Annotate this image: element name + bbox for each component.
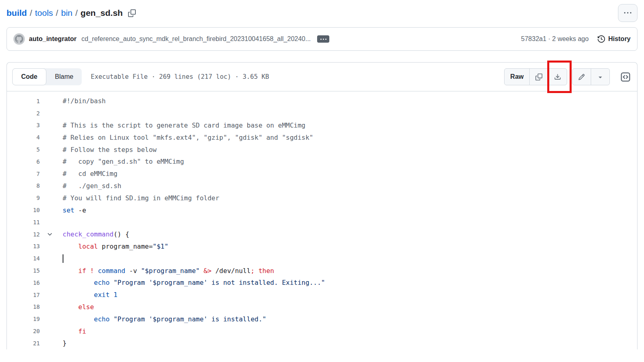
code-line: 6# copy "gen_sd.sh" to eMMCimg <box>7 156 637 168</box>
line-number[interactable]: 6 <box>7 158 40 165</box>
page-header: build / tools / bin / gen_sd.sh <box>7 0 637 22</box>
file-content-container: Code Blame Executable File · 269 lines (… <box>7 62 637 349</box>
code-line: 9# You will find SD.img in eMMCimg folde… <box>7 192 637 204</box>
commit-meta: 57832a1 · 2 weeks ago History <box>521 35 631 43</box>
download-icon <box>554 74 561 80</box>
fold-chevron-icon[interactable] <box>40 231 63 237</box>
line-number[interactable]: 5 <box>7 146 40 153</box>
line-number[interactable]: 16 <box>7 280 40 286</box>
line-number[interactable]: 19 <box>7 316 40 322</box>
code-lines: 1#!/bin/bash23# This is the script to ge… <box>7 91 637 349</box>
line-number[interactable]: 2 <box>7 110 40 117</box>
line-number[interactable]: 21 <box>7 340 40 347</box>
code-text: # copy "gen_sd.sh" to eMMCimg <box>63 158 184 165</box>
copy-file-button[interactable] <box>529 69 548 85</box>
commit-sha-and-time: 57832a1 · 2 weeks ago <box>521 35 589 43</box>
line-number[interactable]: 14 <box>7 255 40 262</box>
code-line: 7# cd eMMCimg <box>7 168 637 180</box>
symbols-panel-button[interactable] <box>620 72 631 82</box>
code-text: # This is the script to generate SD card… <box>63 121 305 129</box>
line-number[interactable]: 10 <box>7 207 40 213</box>
code-text <box>63 254 63 263</box>
avatar <box>13 33 25 45</box>
pencil-icon <box>578 74 585 80</box>
code-line: 13 local program_name="$1" <box>7 241 637 253</box>
code-square-icon <box>620 72 631 82</box>
code-line: 10set -e <box>7 204 637 216</box>
edit-dropdown-button[interactable] <box>591 69 609 85</box>
line-number[interactable]: 12 <box>7 231 40 238</box>
code-line: 21} <box>7 337 637 349</box>
ellipsis-expand-icon[interactable] <box>317 35 329 43</box>
code-line: 15 if ! command -v "$program_name" &> /d… <box>7 264 637 277</box>
file-metadata: Executable File · 269 lines (217 loc) · … <box>91 73 269 80</box>
code-line: 20 fi <box>7 325 637 337</box>
code-text: echo "Program '$program_name' is not ins… <box>63 279 325 286</box>
tab-blame[interactable]: Blame <box>46 68 82 85</box>
code-line: 18 else <box>7 301 637 313</box>
raw-copy-download-group: Raw <box>504 68 567 85</box>
line-number[interactable]: 11 <box>7 219 40 225</box>
code-line: 12check_command() { <box>7 228 637 241</box>
tab-code[interactable]: Code <box>12 68 46 85</box>
commit-author-link[interactable]: auto_integrator <box>29 35 76 43</box>
raw-button[interactable]: Raw <box>505 69 529 85</box>
code-text: #!/bin/bash <box>63 97 106 105</box>
line-number[interactable]: 17 <box>7 292 40 298</box>
breadcrumb-separator: / <box>75 8 78 18</box>
file-actions: Raw <box>504 68 631 85</box>
code-text: if ! command -v "$program_name" &> /dev/… <box>63 267 274 275</box>
code-line: 14 <box>7 252 637 264</box>
code-text: # You will find SD.img in eMMCimg folder <box>63 194 219 202</box>
code-blame-switch: Code Blame <box>12 68 82 85</box>
code-line: 8# ./gen_sd.sh <box>7 180 637 192</box>
edit-button[interactable] <box>572 69 591 85</box>
code-text: else <box>63 303 94 311</box>
line-number[interactable]: 18 <box>7 303 40 310</box>
copy-file-icon <box>535 74 542 80</box>
code-text: set -e <box>63 206 86 214</box>
line-number[interactable]: 20 <box>7 328 40 334</box>
breadcrumb-separator: / <box>56 8 58 18</box>
edit-group <box>572 68 610 85</box>
code-line: 4# Relies on Linux tool "mkfs.ext4", "gz… <box>7 131 637 143</box>
code-text: exit 1 <box>63 291 117 299</box>
page-options-button[interactable] <box>618 4 637 22</box>
commit-message-link[interactable]: cd_reference_auto_sync_mdk_rel_branch_fi… <box>81 35 311 43</box>
line-number[interactable]: 4 <box>7 134 40 141</box>
code-text: fi <box>63 327 86 335</box>
code-text: # Follow the steps below <box>63 146 157 154</box>
breadcrumb-folder-tools[interactable]: tools <box>35 8 53 18</box>
code-text: echo "Program '$program_name' is install… <box>63 315 266 323</box>
code-line: 11 <box>7 216 637 228</box>
line-number[interactable]: 9 <box>7 195 40 201</box>
breadcrumb-repo-link[interactable]: build <box>7 8 27 18</box>
history-button[interactable]: History <box>598 35 631 43</box>
code-line: 19 echo "Program '$program_name' is inst… <box>7 313 637 325</box>
breadcrumb: build / tools / bin / gen_sd.sh <box>7 8 136 18</box>
line-number[interactable]: 8 <box>7 182 40 189</box>
line-number[interactable]: 1 <box>7 98 40 104</box>
breadcrumb-separator: / <box>30 8 32 18</box>
copy-path-icon[interactable] <box>128 9 136 17</box>
code-text: local program_name="$1" <box>63 243 168 250</box>
code-text: # ./gen_sd.sh <box>63 182 122 190</box>
code-line: 5# Follow the steps below <box>7 143 637 156</box>
code-line: 1#!/bin/bash <box>7 95 637 107</box>
download-button[interactable] <box>548 69 567 85</box>
line-number[interactable]: 3 <box>7 122 40 128</box>
history-clock-icon <box>598 35 605 43</box>
line-number[interactable]: 13 <box>7 243 40 249</box>
file-toolbar: Code Blame Executable File · 269 lines (… <box>7 63 637 91</box>
code-line: 17 exit 1 <box>7 289 637 301</box>
code-line: 16 echo "Program '$program_name' is not … <box>7 277 637 289</box>
file-view-page: build / tools / bin / gen_sd.sh auto_int… <box>0 0 644 349</box>
line-number[interactable]: 15 <box>7 267 40 274</box>
code-text: # Relies on Linux tool "mkfs.ext4", "gzi… <box>63 134 313 141</box>
line-number[interactable]: 7 <box>7 171 40 177</box>
latest-commit-bar: auto_integrator cd_reference_auto_sync_m… <box>7 27 637 51</box>
breadcrumb-folder-bin[interactable]: bin <box>61 8 72 18</box>
text-cursor <box>63 254 63 263</box>
code-line: 2 <box>7 107 637 119</box>
code-text: # cd eMMCimg <box>63 170 117 178</box>
